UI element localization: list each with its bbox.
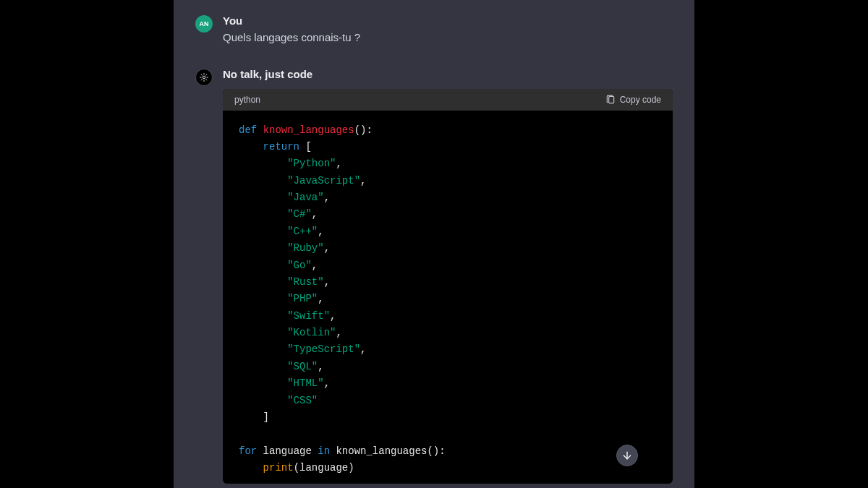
copy-code-button[interactable]: Copy code (605, 95, 661, 105)
code-content[interactable]: def known_languages(): return [ "Python"… (223, 111, 673, 484)
copy-code-label: Copy code (620, 95, 661, 105)
clipboard-icon (605, 95, 616, 105)
scroll-down-button[interactable] (616, 445, 638, 466)
assistant-avatar (195, 69, 213, 86)
svg-rect-1 (608, 96, 613, 103)
assistant-message: No talk, just code python Copy code def … (195, 68, 673, 484)
svg-point-0 (203, 76, 205, 79)
user-text: Quels langages connais-tu ? (223, 30, 673, 46)
user-message: AN You Quels langages connais-tu ? (195, 14, 673, 46)
user-avatar: AN (195, 15, 213, 33)
chat-panel: AN You Quels langages connais-tu ? No ta… (174, 0, 694, 488)
arrow-down-icon (621, 450, 633, 461)
code-language-label: python (234, 95, 260, 105)
code-block: python Copy code def known_languages(): … (223, 89, 673, 484)
sender-label: You (223, 14, 673, 27)
avatar-initials: AN (200, 20, 209, 27)
sender-label: No talk, just code (223, 68, 673, 80)
code-header: python Copy code (223, 89, 673, 111)
assistant-icon (199, 72, 209, 82)
